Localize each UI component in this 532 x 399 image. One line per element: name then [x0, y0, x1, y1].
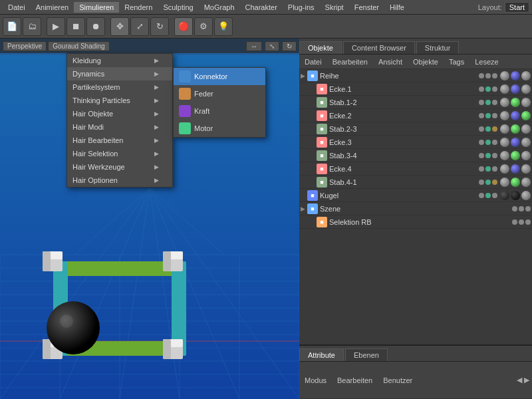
obj-name-9: Kugel	[320, 192, 479, 200]
objects-panel: Objekte Content Browser Struktur Datei B…	[299, 39, 532, 346]
attr-menu-modus[interactable]: Modus	[302, 376, 329, 385]
menu-hair-modi[interactable]: Hair Modi ▶	[67, 120, 172, 134]
menu-simulieren[interactable]: Simulieren	[74, 2, 119, 13]
toolbar-move-btn[interactable]: ✥	[110, 17, 129, 36]
svg-rect-42	[163, 339, 171, 359]
viewport-toolbar: Perspektive Gouraud Shading ↔ ⤡ ↻	[0, 39, 299, 53]
vp-rot-btn[interactable]: ↻	[282, 41, 297, 51]
menu-hair-bearbeiten[interactable]: Hair Bearbeiten ▶	[67, 134, 172, 147]
toolbar-stop-btn[interactable]: ⏹	[66, 17, 85, 36]
object-row-1[interactable]: ■ Ecke.1	[299, 82, 532, 96]
vp-perspective-btn[interactable]: Perspektive	[3, 41, 47, 51]
menu-dynamics[interactable]: Dynamics ▶	[67, 67, 172, 80]
toolbar-rotate-btn[interactable]: ↻	[150, 17, 169, 36]
svg-rect-36	[163, 251, 171, 271]
object-row-10[interactable]: ▶ ■ Szene	[299, 202, 532, 215]
menu-kleidung[interactable]: Kleidung ▶	[67, 54, 172, 67]
object-row-9[interactable]: ■ Kugel	[299, 189, 532, 202]
objects-menu-ansicht[interactable]: Ansicht	[376, 57, 405, 66]
objects-menu-tags[interactable]: Tags	[446, 57, 467, 66]
dynamics-submenu: Konnektor Feder Kraft Motor	[173, 67, 266, 138]
tab-objekte[interactable]: Objekte	[299, 41, 342, 54]
menu-skript[interactable]: Skript	[320, 2, 349, 13]
toolbar: 📄 🗂 ▶ ⏹ ⏺ ✥ ⤢ ↻ 🔴 ⚙ 💡	[0, 15, 532, 39]
submenu-feder[interactable]: Feder	[174, 85, 265, 102]
menu-animieren[interactable]: Animieren	[31, 2, 74, 13]
vp-shading-btn[interactable]: Gouraud Shading	[48, 41, 109, 51]
objects-menu-bearbeiten[interactable]: Bearbeiten	[330, 57, 370, 66]
object-row-7[interactable]: ■ Ecke.4	[299, 162, 532, 176]
obj-name-11: Selektion RB	[329, 218, 512, 226]
toolbar-new-btn[interactable]: 🗂	[23, 17, 41, 36]
simulieren-dropdown: Kleidung ▶ Dynamics ▶ Partikelsystem ▶ T…	[66, 53, 173, 188]
right-panel: Objekte Content Browser Struktur Datei B…	[299, 39, 532, 399]
menu-partikelsystem[interactable]: Partikelsystem ▶	[67, 80, 172, 94]
menu-bar: Datei Animieren Simulieren Rendern Sculp…	[0, 0, 532, 15]
object-row-11[interactable]: ■ Selektion RB	[299, 215, 532, 229]
object-row-4[interactable]: ■ Stab.2-3	[299, 122, 532, 136]
obj-name-3: Ecke.2	[329, 112, 479, 120]
obj-name-2: Stab.1-2	[329, 98, 479, 106]
toolbar-light-btn[interactable]: 💡	[214, 17, 233, 36]
objects-menu-datei[interactable]: Datei	[302, 57, 325, 66]
submenu-kraft[interactable]: Kraft	[174, 102, 265, 120]
object-row-3[interactable]: ■ Ecke.2	[299, 109, 532, 122]
submenu-konnektor[interactable]: Konnektor	[174, 68, 265, 85]
obj-name-6: Stab.3-4	[329, 152, 479, 160]
toolbar-play-btn[interactable]: ▶	[47, 17, 65, 36]
objects-menu-leseze[interactable]: Leseze	[472, 57, 501, 66]
object-row-2[interactable]: ■ Stab.1-2	[299, 96, 532, 109]
objects-list: ▶ ■ Reihe ■ Ecke.1 ■ Stab.1-2 ■ Ecke.2 ■…	[299, 69, 532, 344]
obj-name-0: Reihe	[320, 72, 479, 80]
menu-hair-objekte[interactable]: Hair Objekte ▶	[67, 107, 172, 120]
menu-fenster[interactable]: Fenster	[349, 2, 384, 13]
tab-struktur[interactable]: Struktur	[416, 41, 460, 54]
attribute-panel: Attribute Ebenen Modus Bearbeiten Benutz…	[299, 346, 532, 399]
attribute-menu-bar: Modus Bearbeiten Benutzer ◀ ▶	[299, 362, 532, 399]
attr-menu-bearbeiten[interactable]: Bearbeiten	[334, 376, 375, 385]
object-row-5[interactable]: ■ Ecke.3	[299, 136, 532, 149]
obj-name-10: Szene	[320, 205, 512, 213]
svg-point-43	[47, 301, 100, 354]
menu-hair-werkzeuge[interactable]: Hair Werkzeuge ▶	[67, 160, 172, 174]
tab-attribute[interactable]: Attribute	[299, 348, 344, 361]
toolbar-file-btn[interactable]: 📄	[3, 17, 21, 36]
toolbar-record-btn[interactable]: ⏺	[86, 17, 105, 36]
menu-sculpting[interactable]: Sculpting	[158, 2, 198, 13]
menu-charakter[interactable]: Charakter	[240, 2, 283, 13]
menu-hair-selektion[interactable]: Hair Selektion ▶	[67, 147, 172, 160]
menu-hair-optionen[interactable]: Hair Optionen ▶	[67, 174, 172, 187]
obj-name-8: Stab.4-1	[329, 178, 479, 186]
submenu-motor[interactable]: Motor	[174, 120, 265, 137]
objects-menu-bar: Datei Bearbeiten Ansicht Objekte Tags Le…	[299, 55, 532, 69]
layout-label: Layout:	[478, 3, 502, 11]
toolbar-scale-btn[interactable]: ⤢	[130, 17, 149, 36]
layout-value[interactable]: Start	[505, 2, 529, 13]
vp-nav-btn[interactable]: ↔	[246, 41, 262, 51]
menu-rendern[interactable]: Rendern	[119, 2, 158, 13]
svg-rect-33	[43, 251, 51, 271]
menu-datei[interactable]: Datei	[3, 2, 31, 13]
object-row-8[interactable]: ■ Stab.4-1	[299, 176, 532, 189]
svg-rect-39	[43, 339, 51, 359]
svg-point-44	[60, 315, 73, 328]
objects-menu-objekte[interactable]: Objekte	[410, 57, 441, 66]
menu-mograph[interactable]: MoGraph	[199, 2, 240, 13]
obj-name-1: Ecke.1	[329, 85, 479, 93]
attr-menu-benutzer[interactable]: Benutzer	[380, 376, 415, 385]
toolbar-render-btn[interactable]: 🔴	[174, 17, 193, 36]
attr-arrows: ◀ ▶	[517, 376, 529, 384]
menu-hilfe[interactable]: Hilfe	[384, 2, 410, 13]
tab-content-browser[interactable]: Content Browser	[343, 41, 415, 54]
objects-panel-tabs: Objekte Content Browser Struktur	[299, 39, 532, 55]
obj-name-4: Stab.2-3	[329, 125, 479, 133]
viewport[interactable]: Perspektive Gouraud Shading ↔ ⤡ ↻	[0, 39, 299, 399]
object-row-0[interactable]: ▶ ■ Reihe	[299, 69, 532, 82]
toolbar-render2-btn[interactable]: ⚙	[194, 17, 213, 36]
vp-zoom-btn[interactable]: ⤡	[265, 41, 279, 51]
attribute-tabs: Attribute Ebenen	[299, 346, 532, 362]
menu-thinking-particles[interactable]: Thinking Particles ▶	[67, 94, 172, 107]
tab-ebenen[interactable]: Ebenen	[345, 348, 388, 361]
menu-plugins[interactable]: Plug-ins	[283, 2, 320, 13]
object-row-6[interactable]: ■ Stab.3-4	[299, 149, 532, 162]
